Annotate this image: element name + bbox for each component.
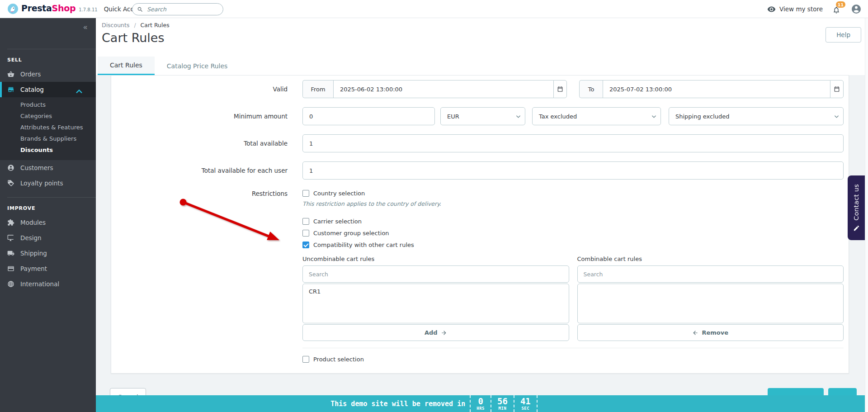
remove-button[interactable]: Remove [577,324,844,341]
sidebar-item-categories[interactable]: Categories [0,110,96,122]
tax-value: Tax excluded [539,113,577,120]
tab-catalog-price-rules[interactable]: Catalog Price Rules [155,57,240,75]
valid-to-input[interactable] [603,80,830,98]
arrow-right-icon [441,330,447,336]
demo-countdown-banner: This demo site will be removed in 0 HRS … [0,395,868,412]
brand-text: PrestaShop [21,3,75,13]
total-per-user-label: Total available for each user [111,167,288,174]
sidebar-item-loyalty-points[interactable]: Loyalty points [0,175,96,191]
top-navbar: PrestaShop 1.7.8.11 Quick Access View my… [0,0,868,18]
tab-cart-rules[interactable]: Cart Rules [98,57,155,75]
minimum-amount-label: Minimum amount [111,113,288,120]
sidebar-item-products[interactable]: Products [0,99,96,110]
help-button[interactable]: Help [826,27,861,43]
uncombinable-label: Uncombinable cart rules [302,256,569,262]
remove-button-label: Remove [702,329,728,336]
breadcrumb: Discounts / Cart Rules [102,22,861,28]
hours-unit: HRS [476,406,485,411]
search-input[interactable] [147,6,215,13]
carrier-selection-checkbox[interactable] [302,218,309,225]
uncombinable-search-input[interactable] [302,265,569,283]
eye-icon [767,5,776,14]
sidebar-divider [7,197,96,198]
pencil-icon [853,225,860,232]
add-button[interactable]: Add [302,324,569,341]
sidebar-item-international[interactable]: International [0,276,96,292]
prestashop-logo[interactable]: PrestaShop 1.7.8.11 [7,3,98,14]
list-item-cr1[interactable]: CR1 [309,288,563,295]
sidebar-item-brands-suppliers[interactable]: Brands & Suppliers [0,133,96,144]
compatibility-checkbox-row[interactable]: Compatibility with other cart rules [302,240,844,250]
sidebar-item-payment[interactable]: Payment [0,261,96,276]
minimum-amount-row: Minimum amount EUR Tax excluded Shipping… [111,107,844,125]
sidebar-item-orders[interactable]: Orders [0,66,96,82]
country-selection-checkbox[interactable] [302,190,309,197]
banner-message: This demo site will be removed in [330,400,465,408]
uncombinable-listbox[interactable]: CR1 [302,284,569,323]
combinable-listbox[interactable] [577,284,844,323]
minutes-value: 56 [497,397,508,406]
avatar-icon [851,4,862,14]
brand-shop: Shop [52,3,76,13]
tab-bar: Cart Rules Catalog Price Rules [96,57,868,75]
calendar-button-from[interactable] [553,80,567,98]
currency-select[interactable]: EUR [440,107,525,125]
sidebar-item-shipping[interactable]: Shipping [0,246,96,261]
total-available-row: Total available [111,134,844,152]
sidebar-item-design[interactable]: Design [0,230,96,246]
scrollbar-track[interactable] [865,18,868,412]
monitor-icon [7,234,14,242]
contact-us-label: Contact us [853,184,860,221]
to-label: To [579,80,603,98]
minimum-amount-input[interactable] [302,107,435,125]
product-selection-checkbox[interactable] [302,356,309,363]
total-available-input[interactable] [302,134,844,152]
country-selection-checkbox-row[interactable]: Country selection [302,189,844,198]
sidebar-section-improve: IMPROVE [7,205,96,211]
customers-icon [7,164,14,171]
breadcrumb-cart-rules: Cart Rules [141,22,170,28]
combinable-label: Combinable cart rules [577,256,844,262]
calendar-icon [557,86,563,92]
sidebar-item-attributes-features[interactable]: Attributes & Features [0,122,96,133]
breadcrumb-discounts[interactable]: Discounts [102,22,129,28]
prestashop-logo-icon [7,3,19,14]
arrow-left-icon [692,330,698,336]
sidebar-section-sell: SELL [7,57,96,63]
customer-group-checkbox-row[interactable]: Customer group selection [302,228,844,238]
sidebar-collapse-button[interactable]: « [83,23,88,32]
tax-select[interactable]: Tax excluded [532,107,661,125]
page-title: Cart Rules [102,31,861,45]
product-selection-checkbox-row[interactable]: Product selection [302,355,844,364]
sidebar-item-catalog[interactable]: Catalog [0,82,96,97]
contact-us-tab[interactable]: Contact us [848,175,865,240]
customer-group-checkbox[interactable] [302,230,309,237]
sidebar-item-label: Shipping [20,250,47,257]
valid-to-group: To [579,80,844,98]
sidebar-item-label: Design [20,234,42,242]
breadcrumb-separator: / [134,22,136,28]
header-search[interactable] [132,3,223,15]
sidebar-item-modules[interactable]: Modules [0,215,96,230]
sidebar-item-label: Catalog [20,86,44,93]
cart-rule-form-card: Valid From To [111,75,849,374]
valid-from-input[interactable] [333,80,553,98]
total-available-label: Total available [111,140,288,147]
user-menu-button[interactable] [851,4,862,14]
carrier-selection-checkbox-row[interactable]: Carrier selection [302,217,844,226]
view-my-store-link[interactable]: View my store [767,5,823,14]
globe-icon [7,280,14,288]
chevron-down-icon [651,115,656,118]
sidebar-item-customers[interactable]: Customers [0,160,96,175]
compatibility-checkbox[interactable] [302,242,309,248]
combinable-search-input[interactable] [577,265,844,283]
total-per-user-input[interactable] [302,161,844,180]
calendar-button-to[interactable] [830,80,844,98]
notifications-button[interactable]: 11 [831,3,843,15]
valid-row: Valid From To [111,80,844,98]
sidebar-item-label: Orders [20,71,41,78]
shipping-select[interactable]: Shipping excluded [669,107,844,125]
calendar-icon [834,86,840,92]
sidebar-item-discounts[interactable]: Discounts [0,144,96,156]
currency-value: EUR [447,113,459,120]
